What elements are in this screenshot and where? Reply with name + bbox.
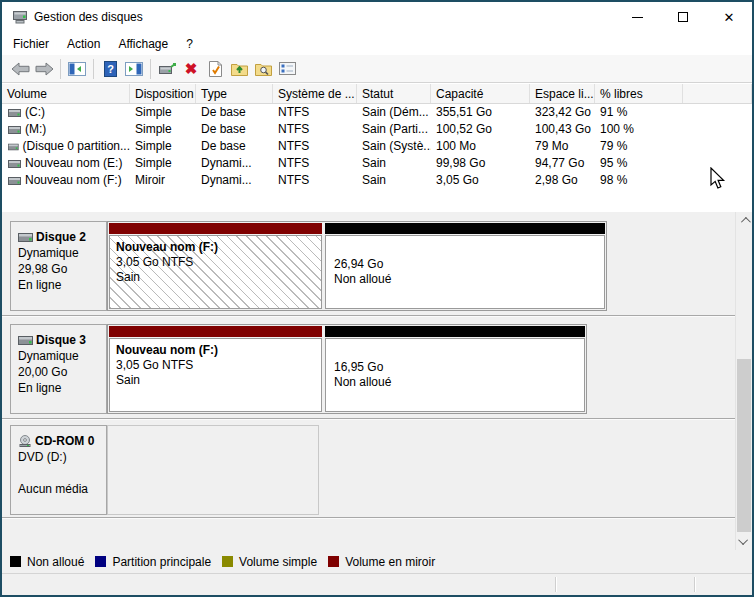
legend-item-mirrored-volume: Volume en miroir [328, 555, 435, 569]
volume-table-header: Volume Disposition Type Système de ... S… [2, 84, 752, 104]
column-header-disposition[interactable]: Disposition [130, 84, 196, 103]
graph-pane-scrollbar[interactable] [735, 212, 751, 550]
show-console-tree-icon [68, 62, 86, 76]
disk-kind: Dynamique [18, 245, 102, 261]
table-row-disque0-partition[interactable]: (Disque 0 partition... Simple De base NT… [2, 138, 752, 155]
legend-item-unallocated: Non alloué [10, 555, 84, 569]
rescan-disks-button[interactable] [155, 57, 179, 81]
minimize-icon [632, 17, 643, 18]
maximize-button[interactable] [660, 2, 706, 32]
legend-bar: Non alloué Partition principale Volume s… [2, 550, 752, 573]
table-row-nouveau-nom-e[interactable]: Nouveau nom (E:) Simple Dynami... NTFS S… [2, 155, 752, 172]
column-header-statut[interactable]: Statut [357, 84, 431, 103]
show-action-pane-icon [125, 62, 143, 76]
menu-fichier[interactable]: Fichier [4, 34, 58, 54]
menu-action[interactable]: Action [58, 34, 109, 54]
disk-2-volume-f[interactable]: Nouveau nom (F:) 3,05 Go NTFS Sain [109, 223, 322, 309]
disk-size: 20,00 Go [18, 364, 102, 380]
column-header-capacite[interactable]: Capacité [431, 84, 530, 103]
show-action-pane-button[interactable] [122, 57, 146, 81]
back-button[interactable] [8, 57, 32, 81]
volume-list-pane: Volume Disposition Type Système de ... S… [2, 84, 752, 207]
close-button[interactable]: ✕ [706, 2, 752, 32]
menu-bar: Fichier Action Affichage ? [2, 32, 752, 55]
minimize-button[interactable] [614, 2, 660, 32]
unallocated-swatch [10, 556, 21, 567]
explore-folder-button[interactable] [251, 57, 275, 81]
tasks-icon [279, 62, 296, 75]
cdrom-icon [18, 435, 32, 447]
disk-kind: Dynamique [18, 348, 102, 364]
scrollbar-thumb[interactable] [737, 359, 751, 532]
disk-icon [18, 336, 33, 345]
delete-volume-button[interactable]: ✖ [179, 57, 203, 81]
open-folder-button[interactable] [227, 57, 251, 81]
disk-2-unallocated[interactable]: 26,94 Go Non alloué [325, 223, 605, 309]
mirrored-volume-strip [109, 223, 322, 234]
cdrom-state: Aucun média [18, 481, 102, 497]
open-folder-icon [231, 61, 248, 76]
title-bar: Gestion des disques ✕ [2, 2, 752, 32]
help-button[interactable]: ? [98, 57, 122, 81]
volume-icon [8, 160, 21, 168]
mirrored-volume-strip [109, 326, 322, 337]
unallocated-strip [325, 223, 605, 234]
volume-icon [8, 177, 21, 185]
column-header-volume[interactable]: Volume [2, 84, 130, 103]
column-header-empty [683, 84, 752, 103]
mirrored-volume-swatch [328, 556, 339, 567]
chevron-down-icon [738, 535, 748, 545]
toolbar-separator [60, 59, 61, 79]
scroll-down-button[interactable] [736, 533, 752, 550]
disk-3-volume-f[interactable]: Nouveau nom (F:) 3,05 Go NTFS Sain [109, 326, 322, 412]
table-row-volume-m[interactable]: (M:) Simple De base NTFS Sain (Parti... … [2, 121, 752, 138]
help-icon: ? [104, 61, 117, 77]
disk-2-header[interactable]: Disque 2 Dynamique 29,98 Go En ligne [10, 221, 107, 311]
disk-3-unallocated[interactable]: 16,95 Go Non alloué [325, 326, 585, 412]
table-row-nouveau-nom-f[interactable]: Nouveau nom (F:) Miroir Dynami... NTFS S… [2, 172, 752, 189]
disk-name: Disque 2 [36, 229, 86, 245]
disk-state: En ligne [18, 277, 102, 293]
show-console-tree-button[interactable] [65, 57, 89, 81]
forward-icon [35, 62, 54, 76]
disk-icon [18, 233, 33, 242]
disk-name: CD-ROM 0 [35, 433, 94, 449]
properties-button[interactable] [203, 57, 227, 81]
volume-icon [8, 109, 21, 117]
menu-affichage[interactable]: Affichage [109, 34, 177, 54]
menu-help[interactable]: ? [177, 34, 202, 54]
explore-folder-icon [255, 61, 272, 76]
disk-size: 29,98 Go [18, 261, 102, 277]
column-header-espace-libre[interactable]: Espace li... [530, 84, 595, 103]
status-bar-separator [694, 577, 695, 592]
disk-2-partition-area: Nouveau nom (F:) 3,05 Go NTFS Sain 26,94… [107, 221, 607, 311]
unallocated-strip [325, 326, 585, 337]
toolbar: ? ✖ [2, 55, 752, 83]
back-icon [11, 62, 30, 76]
primary-partition-swatch [95, 556, 106, 567]
cdrom-0-header[interactable]: CD-ROM 0 DVD (D:) Aucun média [10, 425, 107, 515]
tasks-button[interactable] [275, 57, 299, 81]
status-bar [2, 573, 752, 595]
mouse-cursor [710, 167, 728, 191]
svg-text:?: ? [107, 63, 114, 75]
chevron-up-icon [740, 217, 750, 227]
forward-button[interactable] [32, 57, 56, 81]
column-header-type[interactable]: Type [196, 84, 273, 103]
disk-management-app-icon [12, 10, 28, 27]
column-header-pct-libres[interactable]: % libres [595, 84, 683, 103]
cdrom-media-type: DVD (D:) [18, 449, 102, 465]
delete-volume-icon: ✖ [185, 61, 198, 76]
properties-icon [209, 61, 222, 77]
window-title: Gestion des disques [34, 10, 143, 24]
rescan-disks-icon [158, 62, 176, 76]
disk-3-header[interactable]: Disque 3 Dynamique 20,00 Go En ligne [10, 324, 107, 414]
legend-item-primary-partition: Partition principale [95, 555, 211, 569]
column-header-systeme[interactable]: Système de ... [273, 84, 357, 103]
disk-state: En ligne [18, 380, 102, 396]
table-row-volume-c[interactable]: (C:) Simple De base NTFS Sain (Dém... 35… [2, 104, 752, 121]
cdrom-0-media-area [107, 425, 319, 515]
scroll-up-button[interactable] [736, 212, 752, 229]
band-divider [2, 418, 736, 420]
toolbar-separator [93, 59, 94, 79]
